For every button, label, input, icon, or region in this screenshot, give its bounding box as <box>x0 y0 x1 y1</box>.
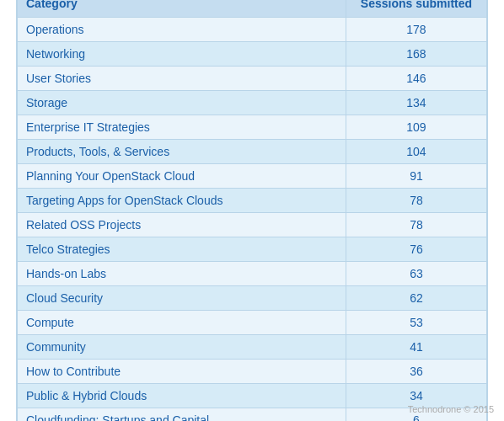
sessions-cell: 62 <box>346 285 486 310</box>
sessions-cell: 63 <box>346 261 486 285</box>
category-cell: Operations <box>18 17 346 41</box>
table-row: Enterprise IT Strategies109 <box>18 115 487 139</box>
sessions-cell: 53 <box>346 310 486 334</box>
table-row: Networking168 <box>18 41 487 66</box>
table-row: Community41 <box>18 334 487 359</box>
sessions-cell: 146 <box>346 66 486 90</box>
category-cell: Cloud Security <box>18 285 346 310</box>
table-row: Targeting Apps for OpenStack Clouds78 <box>18 188 487 212</box>
sessions-cell: 168 <box>346 41 486 66</box>
table-row: Operations178 <box>18 17 487 41</box>
category-cell: Products, Tools, & Services <box>18 139 346 163</box>
category-cell: Targeting Apps for OpenStack Clouds <box>18 188 346 212</box>
sessions-cell: 134 <box>346 90 486 115</box>
category-cell: How to Contribute <box>18 359 346 383</box>
sessions-cell: 78 <box>346 212 486 237</box>
table-row: Related OSS Projects78 <box>18 212 487 237</box>
sessions-cell: 109 <box>346 115 486 139</box>
sessions-cell: 91 <box>346 163 486 188</box>
table-row: How to Contribute36 <box>18 359 487 383</box>
table-header-row: Category Sessions submitted <box>18 0 487 17</box>
category-cell: Cloudfunding: Startups and Capital <box>18 408 346 421</box>
category-cell: Public & Hybrid Clouds <box>18 383 346 408</box>
category-cell: Community <box>18 334 346 359</box>
category-cell: User Stories <box>18 66 346 90</box>
category-cell: Storage <box>18 90 346 115</box>
table-row: User Stories146 <box>18 66 487 90</box>
category-cell: Compute <box>18 310 346 334</box>
watermark: Technodrone © 2015 <box>408 404 494 414</box>
table-row: Cloud Security62 <box>18 285 487 310</box>
sessions-cell: 78 <box>346 188 486 212</box>
sessions-cell: 178 <box>346 17 486 41</box>
table-row: Products, Tools, & Services104 <box>18 139 487 163</box>
table-row: Hands-on Labs63 <box>18 261 487 285</box>
category-cell: Hands-on Labs <box>18 261 346 285</box>
table-row: Compute53 <box>18 310 487 334</box>
category-cell: Related OSS Projects <box>18 212 346 237</box>
sessions-cell: 76 <box>346 237 486 261</box>
category-cell: Enterprise IT Strategies <box>18 115 346 139</box>
table-row: Planning Your OpenStack Cloud91 <box>18 163 487 188</box>
table-row: Telco Strategies76 <box>18 237 487 261</box>
table-row: Storage134 <box>18 90 487 115</box>
data-table: Category Sessions submitted Operations17… <box>16 0 488 421</box>
sessions-header: Sessions submitted <box>346 0 486 17</box>
category-cell: Planning Your OpenStack Cloud <box>18 163 346 188</box>
category-cell: Telco Strategies <box>18 237 346 261</box>
category-cell: Networking <box>18 41 346 66</box>
sessions-cell: 41 <box>346 334 486 359</box>
sessions-cell: 36 <box>346 359 486 383</box>
sessions-cell: 104 <box>346 139 486 163</box>
category-header: Category <box>18 0 346 17</box>
